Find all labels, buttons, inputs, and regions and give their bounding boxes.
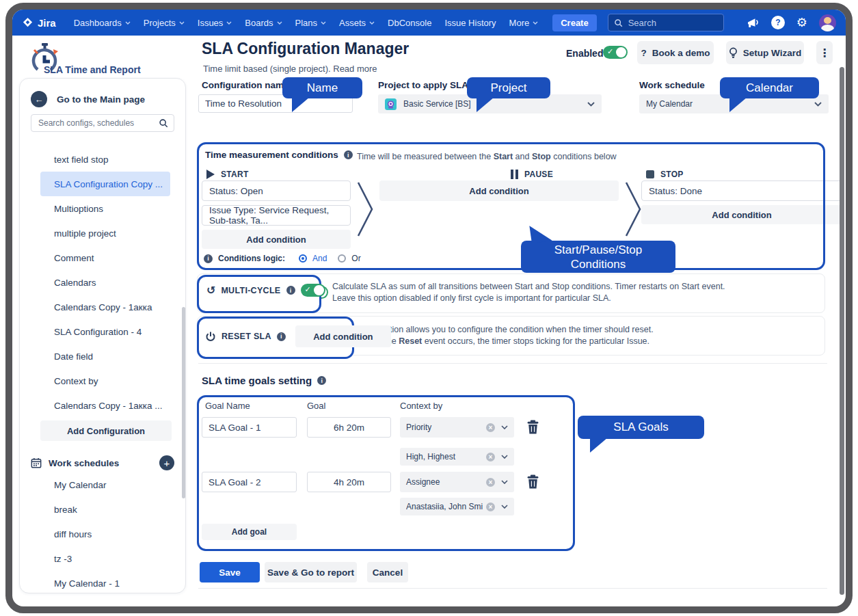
stop-condition-chip[interactable]: Status: Done bbox=[641, 180, 842, 201]
trash-icon[interactable] bbox=[526, 474, 539, 489]
stop-add-condition-button[interactable]: Add condition bbox=[641, 205, 842, 224]
clear-icon[interactable]: × bbox=[486, 423, 495, 432]
clear-icon[interactable]: × bbox=[486, 453, 495, 461]
settings-gear-icon[interactable]: ⚙ bbox=[796, 16, 807, 29]
config-item[interactable]: Multioptions bbox=[40, 196, 170, 221]
book-demo-button[interactable]: ? Book a demo bbox=[637, 41, 714, 64]
config-item[interactable]: Calendars Copy - 1акка bbox=[40, 295, 170, 319]
nav-assets[interactable]: Assets bbox=[339, 18, 375, 28]
context-select[interactable]: Assignee × bbox=[400, 472, 514, 492]
global-search[interactable] bbox=[608, 14, 724, 31]
nav-issue-history[interactable]: Issue History bbox=[444, 18, 496, 28]
config-item[interactable]: Calendars bbox=[40, 270, 170, 295]
enabled-toggle[interactable]: ✓ bbox=[603, 46, 628, 59]
schedule-label: Work schedule bbox=[639, 80, 705, 90]
config-item[interactable]: Calendars Copy - 1акка ... bbox=[40, 393, 170, 418]
schedule-item[interactable]: My Calendar - 1 bbox=[40, 571, 170, 595]
info-icon[interactable]: i bbox=[277, 332, 286, 341]
info-icon[interactable]: i bbox=[204, 254, 213, 263]
logic-or-radio[interactable] bbox=[338, 254, 346, 263]
book-demo-label: Book a demo bbox=[652, 48, 710, 58]
sidebar-search-input[interactable] bbox=[37, 118, 159, 129]
config-item[interactable]: Date field bbox=[40, 344, 170, 369]
add-configuration-button[interactable]: Add Configuration bbox=[40, 420, 172, 441]
goals-col-context: Context by bbox=[400, 401, 442, 411]
goal-value-input[interactable] bbox=[307, 472, 391, 492]
avatar-body bbox=[821, 25, 834, 31]
jira-logo[interactable]: Jira bbox=[22, 17, 56, 29]
sidebar-scrollbar[interactable] bbox=[182, 307, 185, 498]
context-select[interactable]: Priority × bbox=[400, 417, 514, 438]
time-measurement-section: Time measurement conditions i Time will … bbox=[197, 142, 825, 270]
pause-icon bbox=[511, 170, 518, 179]
read-more-link[interactable]: Read more bbox=[333, 64, 377, 74]
search-input[interactable] bbox=[627, 17, 705, 29]
pause-add-condition-button[interactable]: Add condition bbox=[379, 180, 619, 201]
config-item[interactable]: Comment bbox=[40, 245, 170, 270]
user-avatar[interactable] bbox=[819, 14, 836, 31]
nav-boards[interactable]: Boards bbox=[245, 18, 282, 28]
schedule-item[interactable]: diff hours bbox=[40, 522, 170, 546]
logic-and-radio[interactable] bbox=[299, 254, 307, 263]
save-button[interactable]: Save bbox=[200, 562, 260, 582]
go-to-main-page[interactable]: ← Go to the Main page bbox=[31, 91, 145, 107]
browser-window: Jira Dashboards Projects Issues Boards P… bbox=[5, 3, 853, 613]
setup-wizard-button[interactable]: Setup Wizard bbox=[726, 41, 804, 64]
info-icon[interactable]: i bbox=[286, 286, 295, 295]
toggle-knob bbox=[314, 285, 324, 295]
reset-add-condition-button[interactable]: Add condition bbox=[295, 325, 391, 347]
chevron-down-icon bbox=[321, 21, 326, 25]
schedule-list: My Calendar break diff hours tz -3 My Ca… bbox=[40, 472, 170, 595]
clear-icon[interactable]: × bbox=[486, 503, 495, 511]
multicycle-toggle[interactable]: ✓ bbox=[301, 284, 325, 297]
config-item[interactable]: text field stop bbox=[40, 147, 170, 172]
nav-more[interactable]: More bbox=[509, 18, 539, 28]
more-options-button[interactable]: ⋮ bbox=[816, 41, 833, 64]
page-subtitle: Time limit based (single project). Read … bbox=[203, 64, 377, 74]
goal-name-input[interactable] bbox=[202, 417, 297, 438]
page-title: SLA Configuration Manager bbox=[202, 40, 409, 58]
schedule-value: My Calendar bbox=[646, 99, 693, 109]
goal-name-input[interactable] bbox=[202, 472, 297, 492]
create-button[interactable]: Create bbox=[552, 14, 596, 31]
clear-icon[interactable]: × bbox=[486, 478, 495, 487]
nav-dashboards[interactable]: Dashboards bbox=[74, 18, 131, 28]
nav-issues[interactable]: Issues bbox=[198, 18, 232, 28]
pause-column-header: PAUSE bbox=[511, 170, 553, 179]
nav-dbconsole[interactable]: DbConsole bbox=[388, 18, 431, 28]
context-select[interactable]: High, Highest × bbox=[400, 448, 514, 466]
cancel-button[interactable]: Cancel bbox=[367, 562, 408, 582]
start-condition-chip[interactable]: Status: Open bbox=[202, 180, 351, 201]
chevron-down-icon bbox=[814, 102, 822, 107]
start-add-condition-button[interactable]: Add condition bbox=[202, 230, 351, 249]
goals-heading: SLA time goals setting bbox=[202, 375, 312, 386]
schedule-item[interactable]: tz -3 bbox=[40, 546, 170, 571]
add-goal-button[interactable]: Add goal bbox=[202, 524, 297, 540]
add-schedule-button[interactable]: + bbox=[159, 455, 174, 470]
nav-projects[interactable]: Projects bbox=[144, 18, 185, 28]
help-icon[interactable]: ? bbox=[771, 16, 785, 29]
announcement-megaphone-icon[interactable] bbox=[747, 17, 760, 29]
schedule-item[interactable]: break bbox=[40, 497, 170, 522]
project-avatar-icon bbox=[385, 98, 397, 110]
main-scrollbar[interactable] bbox=[840, 67, 844, 595]
save-go-report-button[interactable]: Save & Go to report bbox=[265, 562, 357, 582]
callout-name: Name bbox=[282, 77, 362, 98]
back-label: Go to the Main page bbox=[57, 94, 145, 105]
chevron-down-icon bbox=[277, 21, 282, 25]
config-item[interactable]: Context by bbox=[40, 369, 170, 393]
config-list: text field stop SLA Configuration Copy .… bbox=[40, 147, 170, 418]
info-icon[interactable]: i bbox=[317, 376, 326, 385]
context-select[interactable]: Anastasiia, John Smit... × bbox=[400, 498, 514, 515]
sidebar-search[interactable] bbox=[31, 114, 174, 132]
trash-icon[interactable] bbox=[526, 420, 539, 434]
reset-sla-row: RESET SLA i Add condition bbox=[205, 325, 391, 347]
config-item[interactable]: multiple project bbox=[40, 221, 170, 245]
nav-plans[interactable]: Plans bbox=[295, 18, 327, 28]
config-item-selected[interactable]: SLA Configuration Copy ... bbox=[40, 172, 170, 196]
schedule-item[interactable]: My Calendar bbox=[40, 472, 170, 497]
config-item[interactable]: SLA Configuration - 4 bbox=[40, 319, 170, 344]
goal-value-input[interactable] bbox=[307, 417, 391, 438]
info-icon[interactable]: i bbox=[344, 150, 353, 159]
start-condition-chip[interactable]: Issue Type: Service Request, Sub-task, T… bbox=[202, 205, 351, 226]
